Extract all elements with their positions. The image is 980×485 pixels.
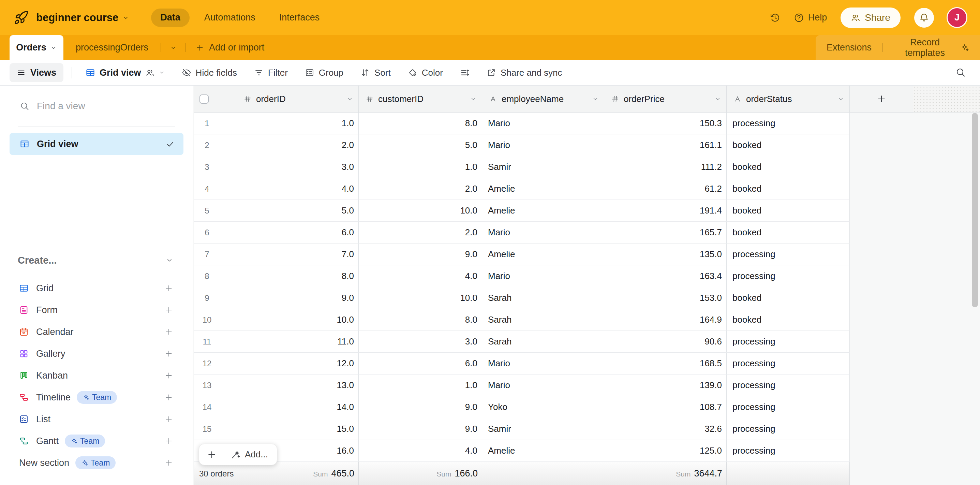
plus-icon[interactable]	[164, 415, 173, 424]
sidebar-item-grid-view[interactable]: Grid view	[10, 133, 183, 155]
column-summary[interactable]: Sum465.0	[313, 468, 354, 479]
plus-icon[interactable]	[164, 458, 173, 467]
create-item-grid[interactable]: Grid	[0, 277, 193, 299]
cell-orderStatus[interactable]: processing	[727, 353, 850, 374]
column-header-employeeName[interactable]: employeeName	[482, 86, 604, 113]
extensions-button[interactable]: Extensions	[816, 42, 883, 53]
cell-orderID[interactable]: 4.0	[194, 178, 359, 200]
cell-customerID[interactable]: 1.0	[359, 374, 482, 396]
cell-employeeName[interactable]: Amelie	[482, 243, 604, 265]
cell-employeeName[interactable]: Amelie	[482, 178, 604, 200]
magic-add-icon[interactable]	[231, 450, 240, 460]
group-button[interactable]: Group	[299, 63, 349, 82]
cell-customerID[interactable]: 10.0	[359, 287, 482, 308]
nav-tab-interfaces[interactable]: Interfaces	[270, 8, 329, 27]
all-tables-dropdown[interactable]	[161, 35, 186, 60]
cell-customerID[interactable]: 9.0	[359, 243, 482, 265]
chevron-down-icon[interactable]	[592, 95, 599, 102]
cell-orderStatus[interactable]: processing	[727, 374, 850, 396]
add-field-button[interactable]	[850, 86, 913, 113]
create-item-list[interactable]: List	[0, 408, 193, 430]
cell-customerID[interactable]: 10.0	[359, 200, 482, 221]
cell-orderID[interactable]: 15.0	[194, 418, 359, 440]
chevron-down-icon[interactable]	[470, 95, 477, 102]
cell-customerID[interactable]: 8.0	[359, 309, 482, 331]
cell-customerID[interactable]: 3.0	[359, 331, 482, 352]
chevron-down-icon[interactable]	[50, 45, 57, 51]
cell-customerID[interactable]: 4.0	[359, 440, 482, 461]
cell-orderID[interactable]: 2.0	[194, 134, 359, 156]
views-button[interactable]: Views	[10, 63, 64, 82]
cell-orderID[interactable]: 13.0	[194, 374, 359, 396]
create-item-kanban[interactable]: Kanban	[0, 364, 193, 386]
cell-orderStatus[interactable]: processing	[727, 331, 850, 352]
chevron-down-icon[interactable]	[714, 95, 721, 102]
avatar[interactable]: J	[948, 8, 966, 27]
cell-orderStatus[interactable]: booked	[727, 178, 850, 200]
cell-orderPrice[interactable]: 168.5	[604, 353, 727, 374]
column-header-orderPrice[interactable]: orderPrice	[604, 86, 727, 113]
add-record-pill[interactable]: Add...	[199, 444, 277, 465]
cell-orderID[interactable]: 3.0	[194, 156, 359, 178]
hide-fields-button[interactable]: Hide fields	[176, 63, 243, 82]
row-height-button[interactable]	[454, 63, 475, 82]
select-all-checkbox[interactable]	[199, 94, 209, 104]
cell-customerID[interactable]: 2.0	[359, 222, 482, 243]
plus-icon[interactable]	[164, 349, 173, 358]
cell-customerID[interactable]: 2.0	[359, 178, 482, 200]
tab-orders[interactable]: Orders	[10, 35, 64, 60]
plus-icon[interactable]	[164, 328, 173, 336]
cell-employeeName[interactable]: Samir	[482, 418, 604, 440]
search-button[interactable]	[955, 67, 966, 78]
cell-orderStatus[interactable]: booked	[727, 200, 850, 221]
cell-orderStatus[interactable]: booked	[727, 134, 850, 156]
cell-orderID[interactable]: 9.0	[194, 287, 359, 308]
summary-cell-orderStatus[interactable]	[727, 462, 850, 485]
cell-orderPrice[interactable]: 135.0	[604, 243, 727, 265]
create-section-header[interactable]: Create...	[0, 250, 193, 270]
cell-employeeName[interactable]: Amelie	[482, 440, 604, 461]
cell-orderID[interactable]: 14.0	[194, 396, 359, 418]
column-summary[interactable]: Sum3644.7	[676, 468, 722, 479]
column-header-customerID[interactable]: customerID	[359, 86, 482, 113]
cell-orderStatus[interactable]: processing	[727, 243, 850, 265]
cell-orderPrice[interactable]: 165.7	[604, 222, 727, 243]
column-summary[interactable]: Sum166.0	[436, 468, 478, 479]
filter-button[interactable]: Filter	[248, 63, 294, 82]
cell-customerID[interactable]: 5.0	[359, 134, 482, 156]
cell-orderID[interactable]: 1.0	[194, 113, 359, 134]
cell-employeeName[interactable]: Samir	[482, 156, 604, 178]
cell-employeeName[interactable]: Mario	[482, 222, 604, 243]
grid-view-button[interactable]: Grid view	[80, 63, 170, 82]
cell-orderID[interactable]: 8.0	[194, 266, 359, 287]
cell-orderPrice[interactable]: 150.3	[604, 113, 727, 134]
cell-customerID[interactable]: 9.0	[359, 396, 482, 418]
cell-customerID[interactable]: 6.0	[359, 353, 482, 374]
chevron-down-icon[interactable]	[347, 95, 353, 102]
create-item-form[interactable]: Form	[0, 299, 193, 321]
nav-tab-data[interactable]: Data	[151, 8, 189, 27]
summary-cell-customerID[interactable]: Sum166.0	[359, 462, 482, 485]
column-header-orderID[interactable]: orderID	[194, 86, 359, 113]
cell-orderStatus[interactable]: processing	[727, 440, 850, 461]
help-button[interactable]: Help	[794, 12, 827, 23]
history-button[interactable]	[770, 13, 780, 23]
cell-orderStatus[interactable]: booked	[727, 156, 850, 178]
plus-icon[interactable]	[164, 393, 173, 402]
cell-orderPrice[interactable]: 90.6	[604, 331, 727, 352]
cell-orderPrice[interactable]: 161.1	[604, 134, 727, 156]
cell-orderPrice[interactable]: 163.4	[604, 266, 727, 287]
summary-cell-employeeName[interactable]	[482, 462, 604, 485]
cell-orderPrice[interactable]: 111.2	[604, 156, 727, 178]
create-item-new-section[interactable]: New sectionTeam	[0, 452, 193, 474]
workspace-title[interactable]: beginner course	[36, 11, 129, 24]
create-item-gallery[interactable]: Gallery	[0, 343, 193, 364]
cell-customerID[interactable]: 4.0	[359, 266, 482, 287]
cell-orderID[interactable]: 10.0	[194, 309, 359, 331]
cell-employeeName[interactable]: Sarah	[482, 309, 604, 331]
create-item-gantt[interactable]: GanttTeam	[0, 430, 193, 452]
cell-employeeName[interactable]: Sarah	[482, 331, 604, 352]
cell-orderPrice[interactable]: 164.9	[604, 309, 727, 331]
tab-processing-orders[interactable]: processingOrders	[64, 35, 161, 60]
cell-orderID[interactable]: 5.0	[194, 200, 359, 221]
